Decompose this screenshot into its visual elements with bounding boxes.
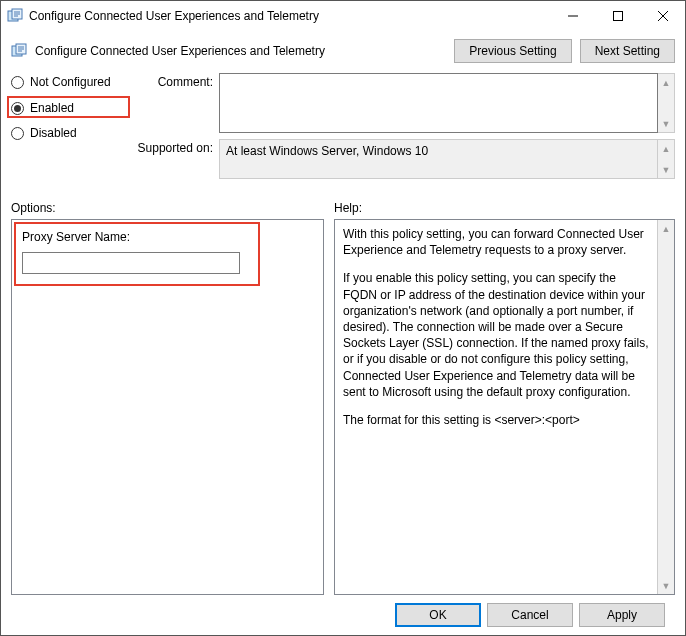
radio-not-configured[interactable]: Not Configured <box>11 75 126 89</box>
previous-setting-button[interactable]: Previous Setting <box>454 39 571 63</box>
radio-label: Enabled <box>30 101 74 115</box>
help-paragraph: The format for this setting is <server>:… <box>343 412 649 428</box>
proxy-server-input[interactable] <box>22 252 240 274</box>
policy-icon <box>7 8 23 24</box>
radio-disabled[interactable]: Disabled <box>11 126 126 140</box>
page-title: Configure Connected User Experiences and… <box>35 44 454 58</box>
scroll-down-icon[interactable]: ▼ <box>658 115 674 132</box>
help-paragraph: If you enable this policy setting, you c… <box>343 270 649 400</box>
radio-label: Not Configured <box>30 75 111 89</box>
radio-icon <box>11 76 24 89</box>
options-pane: Proxy Server Name: <box>11 219 324 595</box>
help-text: With this policy setting, you can forwar… <box>335 220 657 594</box>
supported-on-label: Supported on: <box>136 139 219 179</box>
svg-rect-3 <box>613 12 622 21</box>
scroll-up-icon[interactable]: ▲ <box>658 140 674 157</box>
cancel-button[interactable]: Cancel <box>487 603 573 627</box>
titlebar: Configure Connected User Experiences and… <box>1 1 685 31</box>
help-pane: With this policy setting, you can forwar… <box>334 219 675 595</box>
comment-input[interactable] <box>219 73 658 133</box>
header-row: Configure Connected User Experiences and… <box>11 39 675 63</box>
footer: OK Cancel Apply <box>11 595 675 635</box>
scroll-up-icon[interactable]: ▲ <box>658 220 674 237</box>
comment-label: Comment: <box>136 73 219 133</box>
supported-on-value: At least Windows Server, Windows 10 <box>219 139 658 179</box>
policy-icon <box>11 43 27 59</box>
radio-label: Disabled <box>30 126 77 140</box>
window-controls <box>550 1 685 31</box>
scroll-down-icon[interactable]: ▼ <box>658 161 674 178</box>
ok-button[interactable]: OK <box>395 603 481 627</box>
scroll-down-icon[interactable]: ▼ <box>658 577 674 594</box>
apply-button[interactable]: Apply <box>579 603 665 627</box>
next-setting-button[interactable]: Next Setting <box>580 39 675 63</box>
options-label: Options: <box>11 201 334 215</box>
radio-icon-selected <box>11 102 24 115</box>
help-paragraph: With this policy setting, you can forwar… <box>343 226 649 258</box>
radio-enabled[interactable]: Enabled <box>11 101 126 115</box>
help-label: Help: <box>334 201 362 215</box>
radio-icon <box>11 127 24 140</box>
scrollbar[interactable]: ▲ ▼ <box>658 139 675 179</box>
minimize-button[interactable] <box>550 1 595 31</box>
close-button[interactable] <box>640 1 685 31</box>
window-title: Configure Connected User Experiences and… <box>29 9 550 23</box>
maximize-button[interactable] <box>595 1 640 31</box>
scrollbar[interactable]: ▲ ▼ <box>657 220 674 594</box>
proxy-server-label: Proxy Server Name: <box>22 230 252 244</box>
scroll-up-icon[interactable]: ▲ <box>658 74 674 91</box>
scrollbar[interactable]: ▲ ▼ <box>658 73 675 133</box>
